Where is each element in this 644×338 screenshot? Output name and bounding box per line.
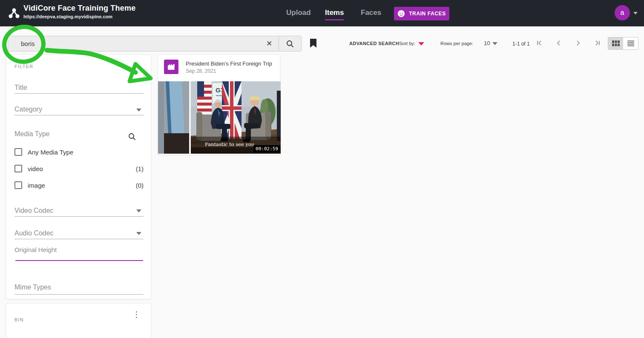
mime-types-underline [14, 294, 144, 295]
search-bar: ✕ [8, 36, 302, 52]
train-faces-label: TRAIN FACES [409, 11, 446, 17]
checkbox-row-image[interactable]: image (0) [14, 181, 144, 189]
video-codec-underline [14, 216, 144, 217]
search-input[interactable] [8, 36, 260, 51]
audio-codec-select[interactable]: Audio Codec [14, 229, 54, 237]
user-menu-caret-icon[interactable] [633, 12, 638, 14]
first-page-button[interactable] [536, 39, 543, 47]
bin-heading: BIN [14, 317, 24, 322]
filter-heading: FILTER [14, 64, 33, 69]
search-submit-button[interactable] [279, 36, 301, 51]
media-type-search-icon[interactable] [128, 132, 136, 141]
user-avatar[interactable]: a [615, 5, 630, 20]
checkbox-count: (0) [136, 182, 144, 189]
clear-search-icon[interactable]: ✕ [260, 36, 279, 51]
rows-per-page-caret-icon[interactable] [492, 42, 497, 45]
video-codec-caret-icon[interactable] [136, 209, 141, 212]
brand-block: VidiCore Face Training Theme https://dee… [23, 4, 135, 19]
rows-per-page-label: Rows per page: [440, 41, 473, 46]
media-type-label: Media Type [14, 130, 49, 138]
train-faces-button[interactable]: TRAIN FACES [394, 7, 449, 20]
search-icon [286, 40, 294, 48]
app-header: VidiCore Face Training Theme https://dee… [0, 0, 644, 26]
video-media-icon [164, 60, 178, 74]
nav-tab-faces[interactable]: Faces [361, 9, 381, 17]
previous-page-button[interactable] [555, 39, 563, 47]
audio-codec-caret-icon[interactable] [136, 232, 141, 235]
filter-title-underline [14, 93, 144, 94]
saved-searches-bookmark-icon[interactable] [310, 38, 317, 48]
rows-per-page-select[interactable]: 10 [484, 40, 490, 46]
last-page-button[interactable] [593, 39, 601, 47]
app-url: https://deepva.staging.myvidispine.com [23, 14, 135, 19]
bin-menu-kebab-icon[interactable]: ⋮ [132, 313, 141, 316]
pagination-range: 1-1 of 1 [512, 41, 530, 47]
video-checkbox[interactable] [14, 165, 22, 172]
filter-category-select[interactable]: Category [14, 106, 42, 113]
checkbox-label: video [28, 165, 43, 172]
thumbnail-scene: G7 [158, 81, 281, 154]
category-caret-icon[interactable] [136, 109, 141, 112]
app-title: VidiCore Face Training Theme [23, 4, 135, 13]
advanced-search-link[interactable]: ADVANCED SEARCH [349, 41, 399, 46]
list-view-button[interactable] [623, 37, 638, 49]
video-codec-select[interactable]: Video Codec [14, 207, 53, 215]
grid-view-button[interactable] [608, 37, 623, 49]
checkbox-label: Any Media Type [28, 149, 73, 156]
checkbox-label: image [28, 182, 45, 189]
result-date: Sep 28, 2021 [186, 68, 216, 74]
any-media-type-checkbox[interactable] [14, 148, 22, 156]
view-mode-toggle [608, 37, 638, 50]
filter-title-field[interactable]: Title [14, 84, 27, 92]
list-view-icon [627, 40, 635, 46]
checkbox-row-any-media-type[interactable]: Any Media Type [14, 148, 144, 156]
filter-panel: FILTER Title Category Media Type Any Med… [6, 54, 151, 299]
result-card[interactable]: President Biden's First Foreign Trip Sep… [158, 54, 280, 155]
sort-by-caret-icon[interactable] [418, 42, 424, 46]
filter-category-underline [14, 115, 144, 115]
nav-tab-items[interactable]: Items [325, 9, 344, 17]
app-logo-icon [7, 6, 21, 20]
face-icon [397, 10, 405, 17]
checkbox-row-video[interactable]: video (1) [14, 164, 144, 173]
result-title: President Biden's First Foreign Trip [186, 60, 272, 67]
nav-tab-upload[interactable]: Upload [286, 9, 311, 17]
mime-types-field[interactable]: Mime Types [14, 284, 51, 291]
checkbox-count: (1) [136, 165, 144, 172]
video-thumbnail[interactable]: G7 [158, 81, 281, 154]
next-page-button[interactable] [574, 39, 582, 47]
original-height-underline-focused [15, 260, 143, 261]
subtitle-caption: Fantastic to see you. [205, 141, 256, 147]
sort-by-label[interactable]: Sort by: [399, 41, 415, 46]
image-checkbox[interactable] [14, 181, 22, 189]
original-height-field[interactable]: Original Height [14, 246, 57, 253]
duration-badge: 00:02:59 [253, 145, 280, 152]
audio-codec-underline [14, 239, 144, 239]
bin-panel: BIN ⋮ [6, 303, 151, 338]
grid-view-icon [612, 40, 620, 46]
